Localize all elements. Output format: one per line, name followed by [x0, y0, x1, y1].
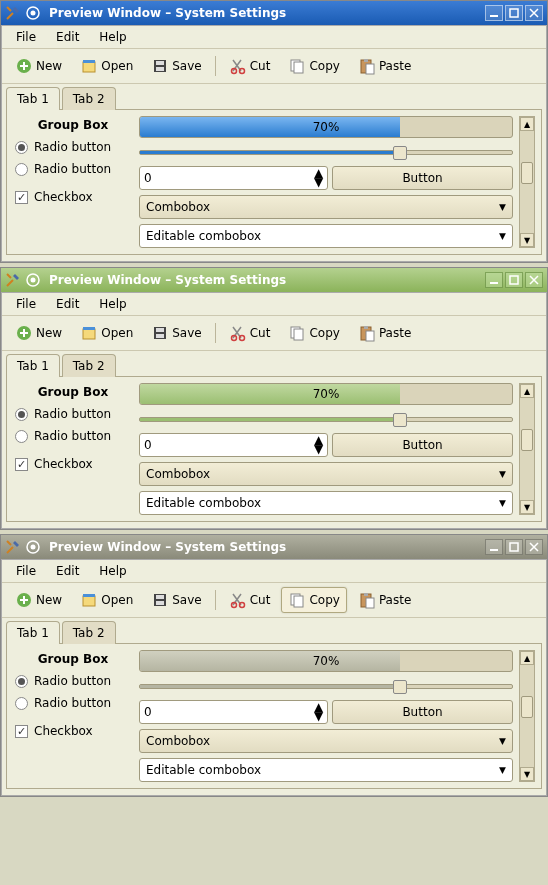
menu-edit[interactable]: Edit [48, 562, 87, 580]
groupbox: Group Box Radio button Radio button ✓Che… [13, 383, 133, 515]
preview-window: Preview Window – System Settings File Ed… [0, 534, 548, 797]
copy-icon [288, 57, 306, 75]
scroll-down-icon[interactable]: ▼ [520, 767, 534, 781]
close-button[interactable] [525, 5, 543, 21]
tab-1[interactable]: Tab 1 [6, 354, 60, 377]
close-button[interactable] [525, 272, 543, 288]
spin-down-icon[interactable]: ▼ [314, 712, 324, 721]
svg-rect-42 [156, 595, 164, 599]
radio-2[interactable]: Radio button [13, 692, 133, 714]
menu-help[interactable]: Help [91, 562, 134, 580]
menu-file[interactable]: File [8, 28, 44, 46]
open-button[interactable]: Open [73, 53, 140, 79]
maximize-button[interactable] [505, 5, 523, 21]
button[interactable]: Button [332, 166, 513, 190]
scrollbar[interactable]: ▲ ▼ [519, 383, 535, 515]
scroll-up-icon[interactable]: ▲ [520, 651, 534, 665]
new-button[interactable]: New [8, 320, 69, 346]
tab-1[interactable]: Tab 1 [6, 621, 60, 644]
spin-down-icon[interactable]: ▼ [314, 445, 324, 454]
maximize-button[interactable] [505, 539, 523, 555]
spinbox[interactable]: 0 ▲▼ [139, 433, 328, 457]
paste-button[interactable]: Paste [351, 587, 418, 613]
menu-edit[interactable]: Edit [48, 295, 87, 313]
svg-point-11 [239, 69, 244, 74]
progress-text: 70% [140, 654, 512, 668]
tools-icon [5, 272, 21, 288]
cut-button[interactable]: Cut [222, 53, 278, 79]
new-button[interactable]: New [8, 53, 69, 79]
save-icon [151, 57, 169, 75]
radio-2[interactable]: Radio button [13, 158, 133, 180]
cut-button[interactable]: Cut [222, 320, 278, 346]
scroll-up-icon[interactable]: ▲ [520, 384, 534, 398]
radio-1[interactable]: Radio button [13, 670, 133, 692]
spinbox[interactable]: 0 ▲▼ [139, 166, 328, 190]
button[interactable]: Button [332, 433, 513, 457]
paste-button[interactable]: Paste [351, 320, 418, 346]
scroll-down-icon[interactable]: ▼ [520, 233, 534, 247]
slider[interactable] [139, 677, 513, 695]
radio-icon [15, 141, 28, 154]
svg-rect-20 [510, 276, 518, 284]
new-button[interactable]: New [8, 587, 69, 613]
spin-down-icon[interactable]: ▼ [314, 178, 324, 187]
scroll-down-icon[interactable]: ▼ [520, 500, 534, 514]
titlebar[interactable]: Preview Window – System Settings [1, 1, 547, 25]
combobox[interactable]: Combobox ▼ [139, 729, 513, 753]
maximize-button[interactable] [505, 272, 523, 288]
menu-file[interactable]: File [8, 562, 44, 580]
menu-edit[interactable]: Edit [48, 28, 87, 46]
minimize-button[interactable] [485, 5, 503, 21]
tab-panel: Group Box Radio button Radio button ✓Che… [6, 109, 542, 255]
radio-icon [15, 697, 28, 710]
radio-1[interactable]: Radio button [13, 136, 133, 158]
menu-help[interactable]: Help [91, 28, 134, 46]
tab-2[interactable]: Tab 2 [62, 354, 116, 377]
toolbar: New Open Save Cut Copy Paste [2, 583, 546, 618]
editable-combobox[interactable]: Editable combobox ▼ [139, 758, 513, 782]
copy-button[interactable]: Copy [281, 587, 346, 613]
checkbox[interactable]: ✓Checkbox [13, 186, 133, 208]
titlebar[interactable]: Preview Window – System Settings [1, 535, 547, 559]
save-button[interactable]: Save [144, 320, 208, 346]
checkbox[interactable]: ✓Checkbox [13, 453, 133, 475]
minimize-button[interactable] [485, 272, 503, 288]
cut-button[interactable]: Cut [222, 587, 278, 613]
paste-icon [358, 324, 376, 342]
combobox[interactable]: Combobox ▼ [139, 462, 513, 486]
preview-window: Preview Window – System Settings File Ed… [0, 267, 548, 530]
copy-button[interactable]: Copy [281, 53, 346, 79]
paste-button[interactable]: Paste [351, 53, 418, 79]
scroll-thumb[interactable] [521, 696, 533, 718]
combobox[interactable]: Combobox ▼ [139, 195, 513, 219]
svg-rect-39 [83, 596, 95, 606]
tab-2[interactable]: Tab 2 [62, 621, 116, 644]
menu-file[interactable]: File [8, 295, 44, 313]
scroll-up-icon[interactable]: ▲ [520, 117, 534, 131]
scroll-thumb[interactable] [521, 429, 533, 451]
spinbox[interactable]: 0 ▲▼ [139, 700, 328, 724]
titlebar[interactable]: Preview Window – System Settings [1, 268, 547, 292]
editable-combobox[interactable]: Editable combobox ▼ [139, 491, 513, 515]
save-button[interactable]: Save [144, 587, 208, 613]
save-button[interactable]: Save [144, 53, 208, 79]
close-button[interactable] [525, 539, 543, 555]
minimize-button[interactable] [485, 539, 503, 555]
button[interactable]: Button [332, 700, 513, 724]
open-button[interactable]: Open [73, 320, 140, 346]
editable-combobox[interactable]: Editable combobox ▼ [139, 224, 513, 248]
radio-2[interactable]: Radio button [13, 425, 133, 447]
menu-help[interactable]: Help [91, 295, 134, 313]
open-button[interactable]: Open [73, 587, 140, 613]
tab-1[interactable]: Tab 1 [6, 87, 60, 110]
scroll-thumb[interactable] [521, 162, 533, 184]
slider[interactable] [139, 410, 513, 428]
radio-1[interactable]: Radio button [13, 403, 133, 425]
scrollbar[interactable]: ▲ ▼ [519, 116, 535, 248]
slider[interactable] [139, 143, 513, 161]
copy-button[interactable]: Copy [281, 320, 346, 346]
scrollbar[interactable]: ▲ ▼ [519, 650, 535, 782]
tab-2[interactable]: Tab 2 [62, 87, 116, 110]
checkbox[interactable]: ✓Checkbox [13, 720, 133, 742]
